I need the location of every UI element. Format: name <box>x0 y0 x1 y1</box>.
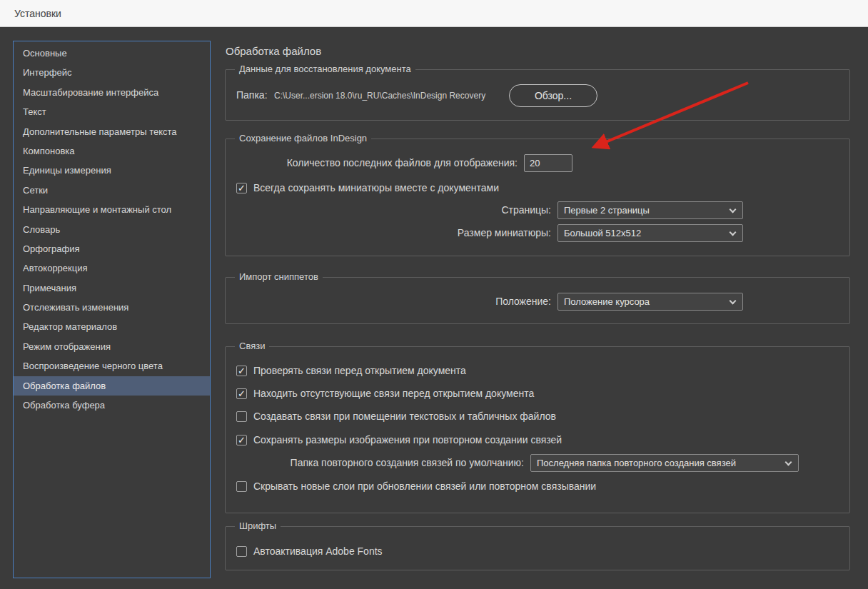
group-title-fonts: Шрифты <box>235 520 281 531</box>
checkbox-label: Сохранять размеры изображения при повтор… <box>253 434 562 445</box>
sidebar-item[interactable]: Единицы измерения <box>14 161 210 180</box>
dialog-title: Установки <box>14 8 61 19</box>
thumb-size-dropdown[interactable]: Большой 512x512 <box>557 224 743 242</box>
sidebar-item[interactable]: Направляющие и монтажный стол <box>14 200 210 219</box>
thumbnails-checkbox-label: Всегда сохранять миниатюры вместе с доку… <box>253 182 499 193</box>
sidebar-item[interactable]: Орфография <box>14 239 210 258</box>
sidebar-item[interactable]: Режим отображения <box>14 337 210 356</box>
chevron-down-icon <box>730 206 737 213</box>
sidebar-item[interactable]: Масштабирование интерфейса <box>14 83 210 102</box>
recovery-folder-path: C:\User...ersion 18.0\ru_RU\Caches\InDes… <box>274 91 485 101</box>
recent-files-input[interactable] <box>524 154 572 172</box>
position-dropdown-value: Положение курсора <box>564 296 650 307</box>
thumbnails-checkbox[interactable]: ✓ <box>236 183 247 193</box>
relink-folder-dropdown-value: Последняя папка повторного создания связ… <box>537 458 736 468</box>
adobe-fonts-checkbox-row[interactable]: Автоактивация Adobe Fonts <box>236 545 383 558</box>
thumb-size-dropdown-value: Большой 512x512 <box>564 228 641 238</box>
sidebar-item[interactable]: Обработка буфера <box>14 396 210 415</box>
preferences-dialog: Установки ОсновныеИнтерфейсМасштабирован… <box>0 0 868 589</box>
position-dropdown[interactable]: Положение курсора <box>557 293 743 311</box>
sidebar-item[interactable]: Словарь <box>14 220 210 239</box>
sidebar-item[interactable]: Автокоррекция <box>14 258 210 278</box>
checkbox-label: Создавать связи при помещении текстовых … <box>253 411 556 422</box>
adobe-fonts-checkbox[interactable] <box>236 546 247 557</box>
checkbox[interactable]: ✓ <box>236 388 247 399</box>
hide-layers-checkbox[interactable] <box>236 481 247 492</box>
position-label: Положение: <box>495 293 551 311</box>
thumb-size-label: Размер миниатюры: <box>458 224 551 242</box>
checkbox[interactable] <box>236 411 247 422</box>
chevron-down-icon <box>730 229 737 236</box>
checkbox[interactable]: ✓ <box>236 435 247 445</box>
checkbox[interactable]: ✓ <box>236 366 247 376</box>
page-title: Обработка файлов <box>226 45 321 57</box>
sidebar-item[interactable]: Обработка файлов <box>14 376 210 396</box>
adobe-fonts-checkbox-label: Автоактивация Adobe Fonts <box>253 545 383 557</box>
links-checkbox-row[interactable]: ✓Сохранять размеры изображения при повто… <box>236 433 562 446</box>
pages-label: Страницы: <box>501 201 551 219</box>
titlebar: Установки <box>0 0 868 27</box>
snippets-group: Импорт сниппетов Положение: Положение ку… <box>225 277 850 324</box>
sidebar-item[interactable]: Компоновка <box>14 141 210 161</box>
main-panel: Обработка файлов Данные для восстановлен… <box>225 28 851 589</box>
links-checkbox-row[interactable]: Создавать связи при помещении текстовых … <box>236 410 556 423</box>
group-title-snippets: Импорт сниппетов <box>235 271 323 282</box>
pages-dropdown[interactable]: Первые 2 страницы <box>557 201 743 219</box>
sidebar-item[interactable]: Дополнительные параметры текста <box>14 122 210 141</box>
sidebar-item[interactable]: Основные <box>14 44 210 63</box>
folder-label: Папка: <box>236 89 268 101</box>
group-title-recovery: Данные для восстановления документа <box>235 64 415 74</box>
sidebar-item[interactable]: Примечания <box>14 278 210 298</box>
fonts-group: Шрифты Автоактивация Adobe Fonts <box>225 526 850 570</box>
browse-button[interactable]: Обзор... <box>509 84 597 107</box>
recent-files-label: Количество последних файлов для отображе… <box>287 154 518 172</box>
hide-layers-checkbox-label: Скрывать новые слои при обновлении связе… <box>253 480 596 492</box>
links-group: Связи ✓Проверять связи перед открытием д… <box>225 346 850 513</box>
sidebar-item[interactable]: Воспроизведение черного цвета <box>14 356 210 376</box>
group-title-saving: Сохранение файлов InDesign <box>235 133 371 144</box>
sidebar-item[interactable]: Сетки <box>14 181 210 200</box>
sidebar-item[interactable]: Отслеживать изменения <box>14 298 210 317</box>
dialog-content: ОсновныеИнтерфейсМасштабирование интерфе… <box>0 28 868 589</box>
relink-folder-label: Папка повторного создания связей по умол… <box>291 454 524 472</box>
sidebar-list: ОсновныеИнтерфейсМасштабирование интерфе… <box>13 41 211 578</box>
links-checkbox-row[interactable]: ✓Проверять связи перед открытием докумен… <box>236 364 466 377</box>
sidebar-item[interactable]: Интерфейс <box>14 63 210 82</box>
checkbox-label: Находить отсутствующие связи перед откры… <box>253 388 534 399</box>
saving-group: Сохранение файлов InDesign Количество по… <box>225 139 850 256</box>
sidebar-item[interactable]: Редактор материалов <box>14 317 210 336</box>
hide-layers-checkbox-row[interactable]: Скрывать новые слои при обновлении связе… <box>236 480 596 493</box>
thumbnails-checkbox-row[interactable]: ✓ Всегда сохранять миниатюры вместе с до… <box>236 181 499 194</box>
chevron-down-icon <box>730 298 737 305</box>
checkbox-label: Проверять связи перед открытием документ… <box>253 365 466 376</box>
relink-folder-dropdown[interactable]: Последняя папка повторного создания связ… <box>530 454 799 472</box>
links-checkbox-row[interactable]: ✓Находить отсутствующие связи перед откр… <box>236 387 534 400</box>
sidebar-item[interactable]: Текст <box>14 102 210 121</box>
group-title-links: Связи <box>235 341 269 351</box>
recovery-group: Данные для восстановления документа Папк… <box>225 69 850 121</box>
chevron-down-icon <box>785 459 792 466</box>
pages-dropdown-value: Первые 2 страницы <box>564 205 650 216</box>
